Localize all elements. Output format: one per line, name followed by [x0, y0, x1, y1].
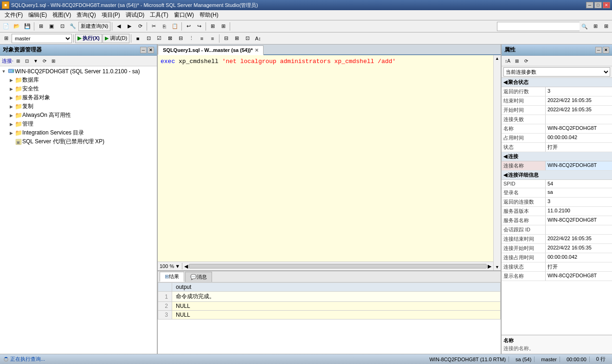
editor-scrollbar[interactable]: ▲ ▼	[493, 55, 501, 270]
replication-expander[interactable]: ▶	[7, 103, 15, 110]
security-expander[interactable]: ▶	[7, 85, 15, 93]
toolbar-btn2[interactable]: ▣	[46, 21, 57, 32]
prop-value-name: WIN-8CQ2FDOHG8T	[546, 124, 612, 133]
prop-group-btn[interactable]: ⊞	[513, 57, 521, 65]
toolbar2-btn2[interactable]: ■	[133, 33, 143, 44]
management-expander[interactable]: ▶	[7, 121, 15, 128]
menu-help[interactable]: 帮助(H)	[197, 10, 221, 20]
toolbar-btn6[interactable]: ▶	[124, 21, 135, 32]
toolbar2-btn12[interactable]: ⊡	[242, 33, 252, 44]
toolbar-btn9[interactable]: ⊞	[218, 21, 228, 32]
toolbar2-btn11[interactable]: ⊞	[232, 33, 242, 44]
toolbar2-btn5[interactable]: ⊠	[165, 33, 175, 44]
oe-filter-btn[interactable]: ▼	[32, 57, 40, 65]
oe-toolbar-btn1[interactable]: ⊞	[14, 57, 22, 65]
prop-section-connection[interactable]: ◀ 连接	[502, 152, 612, 161]
tree-management-node[interactable]: ▶ 📁 管理	[0, 120, 157, 128]
toolbar-undo[interactable]: ↩	[183, 21, 193, 32]
results-tab-messages[interactable]: 💬 消息	[185, 272, 212, 282]
menu-file[interactable]: 文件(F)	[2, 10, 26, 20]
properties-dropdown[interactable]: 当前连接参数	[503, 67, 610, 77]
toolbar2-btn6[interactable]: ⊟	[175, 33, 186, 44]
prop-value-conn-name: WIN-8CQ2FDOHG8T	[546, 161, 612, 170]
menu-window[interactable]: 窗口(W)	[171, 10, 197, 20]
databases-expander[interactable]: ▶	[7, 77, 15, 84]
prop-section-aggregate[interactable]: ◀ 聚合状态	[502, 78, 612, 87]
toolbar-copy[interactable]: ⎘	[159, 21, 169, 32]
integration-services-expander[interactable]: ▶	[7, 129, 15, 137]
query-tab-close[interactable]: ✕	[255, 48, 258, 53]
server-objects-expander[interactable]: ▶	[7, 94, 15, 102]
connect-label[interactable]: 连接·	[2, 57, 13, 64]
search-input[interactable]	[497, 22, 590, 31]
menu-edit[interactable]: 编辑(E)	[26, 10, 50, 20]
zoom-scroll-right[interactable]: ▶	[488, 263, 491, 269]
toolbar2-btn8[interactable]: ≡	[197, 33, 207, 44]
execute-button[interactable]: ▶ 执行(X)	[75, 34, 102, 43]
properties-pin-btn[interactable]: ─	[595, 47, 602, 53]
server-expander[interactable]: ▼	[0, 68, 7, 75]
tree-replication-node[interactable]: ▶ 📁 复制	[0, 102, 157, 111]
tree-alwayson-node[interactable]: ▶ 📁 AlwaysOn 高可用性	[0, 111, 157, 120]
tree-databases-node[interactable]: ▶ 📁 数据库	[0, 76, 157, 84]
minimize-button[interactable]: ─	[586, 2, 593, 8]
prop-sort-btn[interactable]: ↕A	[503, 57, 512, 65]
tree-security-node[interactable]: ▶ 📁 安全性	[0, 84, 157, 93]
prop-section-conn-details[interactable]: ◀ 连接详细信息	[502, 171, 612, 180]
oe-toolbar-btn3[interactable]: ⊞	[49, 57, 58, 65]
oe-refresh-btn[interactable]: ⟳	[40, 57, 49, 65]
toolbar2-btn7[interactable]: ⋮	[186, 33, 196, 44]
menu-tools[interactable]: 工具(T)	[147, 10, 171, 20]
toolbar-cut[interactable]: ✂	[148, 21, 159, 32]
tree-sql-agent-node[interactable]: ▶ ▣ SQL Server 代理(已禁用代理 XP)	[0, 137, 157, 146]
toolbar2-btn1[interactable]: ⊞	[1, 33, 11, 44]
toolbar-new-file[interactable]: 📄	[1, 21, 11, 32]
close-button[interactable]: ✕	[603, 2, 610, 8]
toolbar-btn10[interactable]: ⊞	[590, 21, 600, 32]
toolbar-save[interactable]: 💾	[22, 21, 32, 32]
zoom-dropdown-icon[interactable]: ▼	[175, 263, 180, 269]
alwayson-expander[interactable]: ▶	[7, 112, 15, 119]
toolbar2-btn3[interactable]: ⊡	[143, 33, 154, 44]
properties-close-btn[interactable]: ✕	[603, 47, 609, 53]
restore-button[interactable]: □	[594, 2, 602, 8]
scroll-down-btn[interactable]: ▼	[494, 264, 501, 270]
scroll-thumb[interactable]	[189, 264, 487, 268]
toolbar2-btn9[interactable]: ≡	[207, 33, 218, 44]
toolbar-open[interactable]: 📂	[12, 21, 22, 32]
search-button[interactable]: 🔍	[580, 22, 590, 32]
oe-toolbar-btn2[interactable]: ⊡	[23, 57, 31, 65]
database-selector[interactable]: master	[12, 34, 72, 43]
toolbar-btn4[interactable]: 🔧	[68, 21, 78, 32]
toolbar-redo[interactable]: ↪	[194, 21, 204, 32]
toolbar-btn5[interactable]: ◀	[114, 21, 124, 32]
menu-query[interactable]: 查询(Q)	[74, 10, 98, 20]
panel-close-btn[interactable]: ✕	[148, 47, 154, 53]
results-tab-results[interactable]: ⊞ 结果	[160, 272, 184, 282]
panel-pin-btn[interactable]: ─	[140, 47, 147, 53]
app-icon: ■	[2, 1, 9, 9]
menu-view[interactable]: 视图(V)	[50, 10, 74, 20]
prop-refresh-btn[interactable]: ⟳	[522, 57, 530, 65]
toolbar2-btn13[interactable]: A↕	[253, 33, 263, 44]
toolbar-btn8[interactable]: ⊞	[207, 21, 218, 32]
toolbar-btn1[interactable]: ⊞	[36, 21, 46, 32]
toolbar-paste[interactable]: 📋	[170, 21, 180, 32]
menu-debug[interactable]: 调试(D)	[123, 10, 148, 20]
toolbar2-btn4[interactable]: ☑	[154, 33, 164, 44]
toolbar-btn11[interactable]: ⊞	[601, 21, 611, 32]
prop-value-session-id	[546, 225, 612, 234]
query-tab-active[interactable]: SQLQuery1.sql - W...master (sa (54))* ✕	[158, 45, 264, 55]
scroll-up-btn[interactable]: ▲	[494, 55, 501, 62]
zoom-scroll-left[interactable]: ◀	[184, 263, 188, 269]
toolbar2-btn10[interactable]: ⊟	[221, 33, 231, 44]
tree-integration-services-node[interactable]: ▶ 📁 Integration Services 目录	[0, 128, 157, 137]
tree-server-node[interactable]: ▼ WIN-8CQ2FDOHG8T (SQL Server 11.0.2100 …	[0, 67, 157, 76]
query-editor[interactable]: exec xp_cmdshell 'net localgroup adminis…	[158, 55, 493, 262]
toolbar-btn3[interactable]: ⊡	[57, 21, 67, 32]
tree-server-objects-node[interactable]: ▶ 📁 服务器对象	[0, 93, 157, 102]
toolbar-btn7[interactable]: ⟳	[135, 21, 145, 32]
debug-button[interactable]: ▶ 调试(D)	[103, 34, 129, 43]
toolbar-new-query-btn[interactable]: 新建查询(N)	[78, 22, 110, 31]
menu-project[interactable]: 项目(P)	[99, 10, 123, 20]
